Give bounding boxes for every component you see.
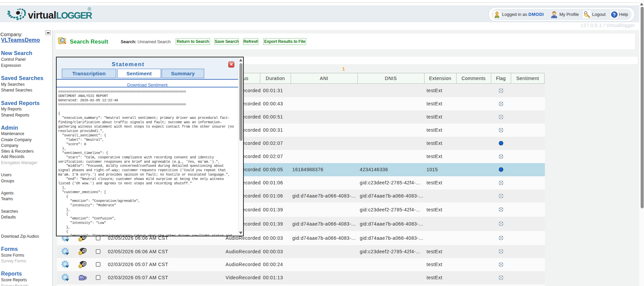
svg-text:?: ? [613, 12, 616, 17]
